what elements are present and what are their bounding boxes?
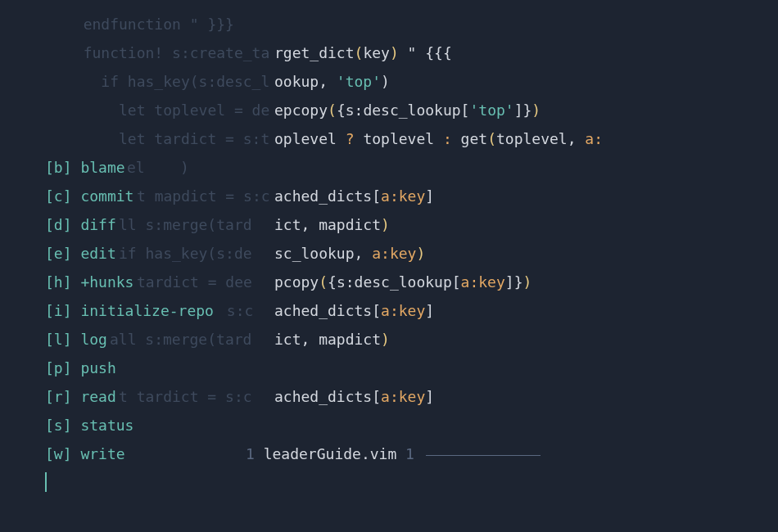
- code-fragment: ached_dicts[a:key]: [274, 382, 434, 411]
- code-fragment: ict, mapdict): [274, 325, 390, 354]
- statusline-filename: leaderGuide.vim: [255, 445, 405, 462]
- leader-label: +hunks: [80, 273, 133, 291]
- leader-menu-item-p[interactable]: [p] push: [45, 354, 116, 382]
- text-cursor: [45, 472, 47, 492]
- leader-label: commit: [80, 187, 133, 205]
- leader-label: write: [80, 445, 124, 462]
- leader-label: diff: [80, 216, 115, 233]
- leader-menu-item-r[interactable]: [r] read: [45, 382, 116, 411]
- leader-label: push: [80, 359, 115, 376]
- leader-menu-item-b[interactable]: [b] blame: [45, 153, 125, 182]
- leader-label: initialize-repo: [80, 302, 214, 319]
- dim-code-tail: s:c: [218, 296, 253, 325]
- leader-label: log: [80, 331, 107, 348]
- leader-menu-item-s[interactable]: [s] status: [45, 411, 133, 440]
- leader-label: blame: [80, 159, 124, 176]
- editor-viewport: endfunction " }}} function! s:create_ta …: [0, 0, 778, 532]
- leader-key: d: [54, 216, 63, 233]
- leader-menu-item-d[interactable]: [d] diff: [45, 210, 116, 239]
- leader-label: read: [80, 388, 115, 405]
- leader-label: edit: [80, 245, 115, 262]
- leader-menu-item-w[interactable]: [w] write: [45, 440, 125, 468]
- leader-key: h: [54, 273, 63, 291]
- leader-key: i: [54, 302, 63, 319]
- dim-code-line: let toplevel = de: [66, 96, 269, 124]
- dim-code-tail: all s:merge(tard: [110, 325, 251, 354]
- leader-key: p: [54, 359, 63, 376]
- leader-key: r: [54, 388, 63, 405]
- leader-menu-item-c[interactable]: [c] commit: [45, 182, 133, 210]
- leader-menu-item-l[interactable]: [l] log: [45, 325, 107, 354]
- statusline-line-number: 1: [405, 445, 414, 462]
- dim-code-tail: t tardict = s:c: [119, 382, 252, 411]
- leader-label: status: [80, 417, 133, 434]
- leader-menu-item-h[interactable]: [h] +hunks: [45, 268, 133, 296]
- dim-code-line: endfunction " }}}: [66, 10, 234, 38]
- dim-code-line: if has_key(s:desc_l: [66, 67, 269, 96]
- leader-key: l: [54, 331, 63, 348]
- code-fragment: ookup, 'top'): [274, 67, 390, 96]
- leader-key: w: [54, 445, 63, 462]
- leader-menu-item-e[interactable]: [e] edit: [45, 239, 116, 268]
- dim-code-tail: ll s:merge(tard: [119, 210, 252, 239]
- leader-key: s: [54, 417, 63, 434]
- dim-code-line: let tardict = s:t: [66, 124, 269, 153]
- dim-code-line: function! s:create_ta: [66, 38, 269, 67]
- code-fragment: pcopy({s:desc_lookup[a:key]}): [274, 268, 531, 296]
- leader-menu-item-i[interactable]: [i] initialize-repo: [45, 296, 214, 325]
- statusline-rule: [426, 455, 541, 456]
- code-fragment: oplevel ? toplevel : get(toplevel, a:: [274, 124, 603, 153]
- code-fragment: ict, mapdict): [274, 210, 390, 239]
- code-fragment: ached_dicts[a:key]: [274, 182, 434, 210]
- leader-key: b: [54, 159, 63, 176]
- dim-code-tail: el ): [127, 153, 189, 182]
- leader-key: e: [54, 245, 63, 262]
- dim-code-tail: tardict = dee: [137, 268, 252, 296]
- statusline-window-number: 1: [246, 445, 255, 462]
- leader-key: c: [54, 187, 63, 205]
- dim-code-tail: if has_key(s:de: [119, 239, 252, 268]
- statusline: 1 leaderGuide.vim 1: [246, 440, 541, 468]
- code-fragment: ached_dicts[a:key]: [274, 296, 434, 325]
- dim-code-tail: t mapdict = s:c: [137, 182, 270, 210]
- code-fragment: rget_dict(key) " {{{: [274, 38, 452, 67]
- code-fragment: sc_lookup, a:key): [274, 239, 425, 268]
- code-fragment: epcopy({s:desc_lookup['top']}): [274, 96, 541, 124]
